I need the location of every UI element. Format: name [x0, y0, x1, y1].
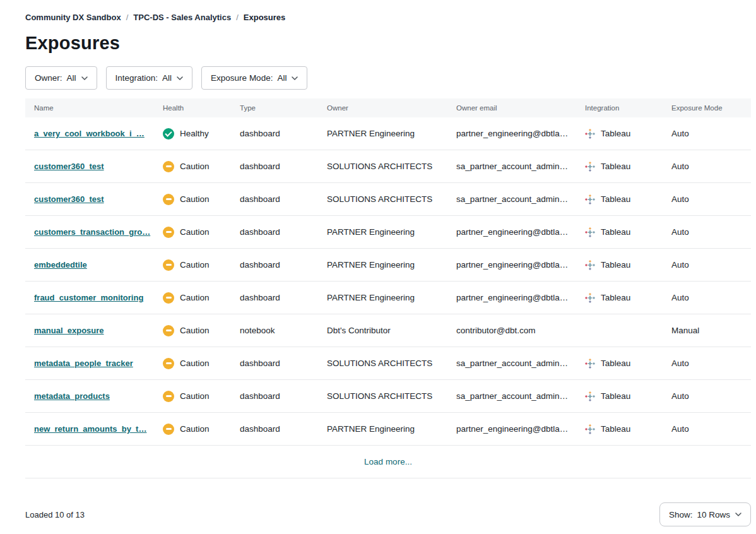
tableau-icon [585, 227, 595, 237]
exposures-page: Community DX Sandbox / TPC-DS - Sales An… [0, 0, 756, 526]
exposure-mode-cell: Auto [663, 391, 751, 401]
name-cell: a_very_cool_workbook_i_… [25, 129, 154, 138]
integration-cell: Tableau [576, 194, 663, 205]
owner-cell: PARTNER Engineering [318, 260, 447, 270]
health-status-icon [163, 259, 174, 271]
owner-email-cell: partner_engineering@dbtla… [447, 260, 576, 270]
type-cell: dashboard [231, 359, 318, 368]
table-row: customer360_test Caution dashboard SOLUT… [25, 150, 751, 183]
chevron-down-icon [177, 76, 183, 80]
integration-cell: Tableau [576, 424, 663, 434]
health-label: Caution [180, 227, 210, 237]
owner-email-cell: sa_partner_account_admin… [447, 359, 576, 368]
column-header-exposure-mode: Exposure Mode [663, 104, 751, 112]
integration-label: Tableau [601, 129, 630, 138]
load-more-row: Load more... [25, 446, 751, 478]
exposure-name-link[interactable]: customers_transaction_gro… [34, 227, 150, 237]
health-status-icon [163, 358, 174, 369]
integration-cell: Tableau [576, 293, 663, 303]
health-label: Caution [180, 391, 210, 401]
integration-label: Tableau [601, 424, 630, 434]
health-cell: Healthy [154, 128, 231, 139]
breadcrumb-item-package[interactable]: TPC-DS - Sales Analytics [133, 13, 231, 22]
exposure-name-link[interactable]: embeddedtile [34, 260, 87, 270]
exposure-name-link[interactable]: customer360_test [34, 162, 104, 171]
integration-label: Tableau [601, 227, 630, 237]
filter-label: Exposure Mode: [211, 73, 273, 83]
exposure-name-link[interactable]: customer360_test [34, 194, 104, 204]
exposures-table: Name Health Type Owner Owner email Integ… [25, 98, 751, 478]
integration-label: Tableau [601, 162, 630, 171]
integration-label: Tableau [601, 391, 630, 401]
loaded-count: Loaded 10 of 13 [25, 510, 85, 519]
owner-cell: PARTNER Engineering [318, 227, 447, 237]
table-row: new_return_amounts_by_t… Caution dashboa… [25, 413, 751, 446]
exposure-name-link[interactable]: new_return_amounts_by_t… [34, 424, 146, 434]
owner-filter-dropdown[interactable]: Owner: All [25, 66, 97, 90]
breadcrumb-item-current: Exposures [244, 13, 285, 22]
integration-cell: Tableau [576, 359, 663, 369]
show-value: 10 Rows [697, 510, 730, 519]
name-cell: embeddedtile [25, 260, 154, 270]
tableau-icon [585, 293, 595, 303]
exposure-mode-filter-dropdown[interactable]: Exposure Mode: All [201, 66, 307, 90]
pagination-footer: Loaded 10 of 13 Show: 10 Rows [25, 502, 751, 526]
health-cell: Caution [154, 227, 231, 238]
show-rows-dropdown[interactable]: Show: 10 Rows [659, 502, 751, 526]
tableau-icon [585, 260, 595, 270]
owner-cell: SOLUTIONS ARCHITECTS [318, 194, 447, 204]
exposure-name-link[interactable]: metadata_people_tracker [34, 359, 133, 368]
tableau-icon [585, 359, 595, 369]
table-body: a_very_cool_workbook_i_… Healthy dashboa… [25, 117, 751, 446]
table-row: manual_exposure Caution notebook Dbt's C… [25, 314, 751, 347]
owner-cell: PARTNER Engineering [318, 129, 447, 138]
table-row: customers_transaction_gro… Caution dashb… [25, 216, 751, 249]
filter-value: All [67, 73, 76, 83]
exposure-name-link[interactable]: metadata_products [34, 391, 110, 401]
exposure-mode-cell: Auto [663, 129, 751, 138]
owner-cell: SOLUTIONS ARCHITECTS [318, 359, 447, 368]
owner-cell: SOLUTIONS ARCHITECTS [318, 391, 447, 401]
health-cell: Caution [154, 424, 231, 435]
integration-cell: Tableau [576, 129, 663, 139]
tableau-icon [585, 424, 595, 434]
name-cell: customer360_test [25, 194, 154, 204]
health-label: Caution [180, 260, 210, 270]
column-header-name: Name [25, 104, 154, 112]
filter-label: Integration: [115, 73, 158, 83]
exposure-mode-cell: Auto [663, 260, 751, 270]
type-cell: dashboard [231, 194, 318, 204]
exposure-name-link[interactable]: fraud_customer_monitoring [34, 293, 143, 302]
health-label: Caution [180, 162, 210, 171]
integration-label: Tableau [601, 260, 630, 270]
health-status-icon [163, 194, 174, 205]
type-cell: dashboard [231, 260, 318, 270]
health-label: Caution [180, 194, 210, 204]
type-cell: dashboard [231, 293, 318, 302]
tableau-icon [585, 162, 595, 172]
load-more-link[interactable]: Load more... [364, 457, 412, 466]
health-cell: Caution [154, 292, 231, 304]
column-header-type: Type [231, 104, 318, 112]
table-row: customer360_test Caution dashboard SOLUT… [25, 183, 751, 216]
owner-email-cell: contributor@dbt.com [447, 326, 576, 335]
breadcrumb-item-project[interactable]: Community DX Sandbox [25, 13, 121, 22]
owner-email-cell: partner_engineering@dbtla… [447, 227, 576, 237]
health-label: Caution [180, 359, 210, 368]
exposure-mode-cell: Auto [663, 359, 751, 368]
exposure-name-link[interactable]: manual_exposure [34, 326, 104, 335]
name-cell: customers_transaction_gro… [25, 227, 154, 237]
integration-filter-dropdown[interactable]: Integration: All [106, 66, 193, 90]
type-cell: dashboard [231, 129, 318, 138]
chevron-down-icon [81, 76, 88, 80]
exposure-mode-cell: Manual [663, 326, 751, 335]
exposure-name-link[interactable]: a_very_cool_workbook_i_… [34, 129, 145, 138]
type-cell: dashboard [231, 424, 318, 434]
name-cell: metadata_products [25, 391, 154, 401]
integration-label: Tableau [601, 194, 630, 204]
owner-email-cell: sa_partner_account_admin… [447, 391, 576, 401]
integration-cell: Tableau [576, 391, 663, 401]
owner-cell: PARTNER Engineering [318, 424, 447, 434]
column-header-integration: Integration [576, 104, 663, 112]
health-label: Caution [180, 326, 210, 335]
